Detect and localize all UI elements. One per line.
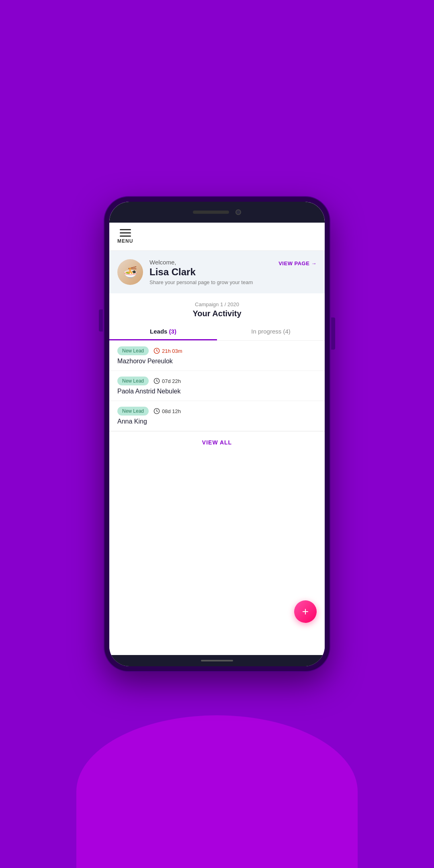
activity-title: Your Activity: [117, 309, 317, 318]
phone-top-bar: [109, 202, 325, 223]
lead-time-3: 08d 12h: [162, 408, 181, 414]
view-all-section: VIEW ALL: [109, 431, 325, 453]
lead-meta-2: New Lead 07d 22h: [117, 377, 317, 385]
avatar: 🍜: [117, 259, 143, 285]
welcome-subtitle: Share your personal page to grow your te…: [149, 279, 272, 285]
lead-meta-1: New Lead 21h 03m: [117, 346, 317, 355]
lead-item-2[interactable]: New Lead 07d 22h Paola Anstrid Nebulek: [109, 371, 325, 401]
activity-header: Campaign 1 / 2020 Your Activity: [109, 293, 325, 322]
greeting-label: Welcome,: [149, 259, 272, 266]
view-page-area: VIEW PAGE →: [278, 259, 317, 266]
leads-list: New Lead 21h 03m Mazhorov Pereulok: [109, 341, 325, 655]
time-info-2: 07d 22h: [154, 378, 181, 384]
tab-leads-label: Leads: [150, 328, 169, 335]
lead-item-1[interactable]: New Lead 21h 03m Mazhorov Pereulok: [109, 341, 325, 371]
time-info-3: 08d 12h: [154, 408, 181, 414]
lead-badge-3: New Lead: [117, 407, 149, 416]
time-info-1: 21h 03m: [154, 348, 182, 354]
view-all-button[interactable]: VIEW ALL: [202, 439, 232, 446]
tab-in-progress[interactable]: In progress (4): [217, 322, 325, 340]
lead-badge-2: New Lead: [117, 377, 149, 385]
lead-item-3[interactable]: New Lead 08d 12h Anna King: [109, 401, 325, 431]
lead-time-1: 21h 03m: [162, 348, 182, 354]
camera: [235, 209, 241, 215]
user-name: Lisa Clark: [149, 266, 272, 278]
speaker: [193, 211, 229, 214]
menu-bar: MENU: [109, 223, 325, 251]
welcome-section: 🍜 Welcome, Lisa Clark Share your persona…: [109, 251, 325, 293]
tab-leads[interactable]: Leads (3): [109, 322, 217, 340]
lead-time-2: 07d 22h: [162, 378, 181, 384]
lead-meta-3: New Lead 08d 12h: [117, 407, 317, 416]
phone-bottom-bar: [109, 655, 325, 666]
menu-label: MENU: [117, 238, 133, 244]
tab-in-progress-label: In progress: [251, 328, 283, 335]
phone-screen: MENU 🍜 Welcome, Lisa Clark Share your pe…: [109, 223, 325, 655]
clock-icon-2: [154, 378, 160, 384]
clock-icon-3: [154, 408, 160, 414]
home-indicator: [201, 660, 233, 661]
welcome-text: Welcome, Lisa Clark Share your personal …: [149, 259, 272, 285]
tabs-container: Leads (3) In progress (4): [109, 322, 325, 341]
phone-frame: MENU 🍜 Welcome, Lisa Clark Share your pe…: [104, 197, 330, 671]
hamburger-icon: [120, 229, 131, 237]
clock-icon-1: [154, 348, 160, 354]
tab-in-progress-count: (4): [283, 328, 290, 335]
view-page-button[interactable]: VIEW PAGE →: [278, 260, 317, 266]
lead-name-2: Paola Anstrid Nebulek: [117, 388, 317, 395]
menu-button[interactable]: MENU: [117, 229, 133, 244]
tab-leads-count: (3): [169, 328, 176, 335]
lead-name-1: Mazhorov Pereulok: [117, 358, 317, 365]
lead-badge-1: New Lead: [117, 346, 149, 355]
campaign-label: Campaign 1 / 2020: [117, 301, 317, 307]
fab-plus-icon: +: [302, 606, 309, 617]
lead-name-3: Anna King: [117, 418, 317, 425]
fab-button[interactable]: +: [294, 600, 317, 623]
